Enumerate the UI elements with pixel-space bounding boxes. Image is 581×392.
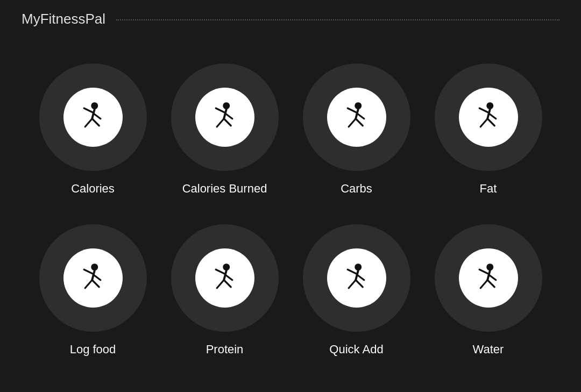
svg-line-44 [479, 269, 489, 274]
inner-circle-calories [63, 88, 123, 147]
fitness-figure-icon [339, 261, 374, 296]
svg-line-4 [85, 119, 92, 127]
inner-circle-fat [459, 88, 518, 147]
svg-line-2 [84, 109, 94, 113]
fitness-figure-icon [339, 99, 374, 134]
fitness-figure-icon [75, 261, 110, 296]
fitness-figure-icon [75, 99, 110, 134]
item-label-carbs: Carbs [341, 182, 372, 196]
inner-circle-water [459, 248, 518, 308]
inner-circle-protein [195, 248, 254, 308]
outer-circle-protein [171, 224, 279, 332]
svg-line-11 [224, 119, 231, 126]
inner-circle-quick-add [327, 248, 386, 308]
svg-line-14 [348, 109, 357, 113]
outer-circle-water [435, 224, 542, 332]
svg-line-10 [217, 119, 224, 127]
grid-item-water[interactable]: Water [428, 216, 549, 366]
svg-line-27 [94, 275, 101, 280]
item-label-water: Water [473, 343, 504, 357]
outer-circle-quick-add [303, 224, 410, 332]
item-label-quick-add: Quick Add [329, 343, 383, 357]
svg-line-9 [225, 113, 232, 119]
svg-line-41 [356, 280, 363, 287]
svg-line-40 [349, 280, 356, 288]
svg-line-8 [216, 109, 225, 113]
svg-line-28 [85, 280, 92, 288]
svg-line-22 [480, 119, 487, 127]
svg-line-26 [84, 269, 94, 274]
svg-line-21 [489, 113, 496, 119]
svg-line-16 [349, 119, 356, 127]
outer-circle-log-food [39, 224, 147, 332]
grid-item-log-food[interactable]: Log food [32, 216, 153, 366]
items-grid: Calories Calories Burned [0, 33, 581, 387]
fitness-figure-icon [471, 99, 506, 134]
item-label-log-food: Log food [70, 343, 116, 357]
grid-item-calories-burned[interactable]: Calories Burned [164, 54, 285, 205]
outer-circle-calories [39, 63, 147, 171]
grid-item-calories[interactable]: Calories [32, 54, 153, 205]
svg-line-34 [217, 280, 224, 288]
svg-line-45 [489, 275, 496, 280]
svg-line-47 [487, 280, 494, 287]
item-label-fat: Fat [480, 182, 497, 196]
inner-circle-carbs [327, 88, 386, 147]
svg-line-38 [348, 269, 357, 274]
item-label-protein: Protein [206, 343, 244, 357]
item-label-calories-burned: Calories Burned [182, 182, 267, 196]
svg-line-39 [357, 275, 364, 280]
grid-item-carbs[interactable]: Carbs [296, 54, 417, 205]
grid-item-fat[interactable]: Fat [428, 54, 549, 205]
app-header: MyFitnessPal [0, 0, 581, 33]
fitness-figure-icon [207, 99, 242, 134]
inner-circle-calories-burned [195, 88, 254, 147]
svg-line-20 [479, 109, 489, 113]
outer-circle-fat [435, 63, 542, 171]
fitness-figure-icon [207, 261, 242, 296]
outer-circle-calories-burned [171, 63, 279, 171]
fitness-figure-icon [471, 261, 506, 296]
app-title: MyFitnessPal [22, 11, 105, 27]
svg-line-15 [357, 113, 364, 119]
svg-line-46 [480, 280, 487, 288]
grid-item-quick-add[interactable]: Quick Add [296, 216, 417, 366]
svg-line-23 [487, 119, 494, 126]
outer-circle-carbs [303, 63, 410, 171]
grid-item-protein[interactable]: Protein [164, 216, 285, 366]
svg-line-32 [216, 269, 225, 274]
svg-line-33 [225, 275, 232, 280]
header-divider [116, 19, 559, 20]
inner-circle-log-food [63, 248, 123, 308]
svg-line-3 [94, 113, 101, 119]
svg-line-35 [224, 280, 231, 287]
svg-line-5 [92, 119, 99, 126]
item-label-calories: Calories [71, 182, 115, 196]
svg-line-17 [356, 119, 363, 126]
svg-line-29 [92, 280, 99, 287]
